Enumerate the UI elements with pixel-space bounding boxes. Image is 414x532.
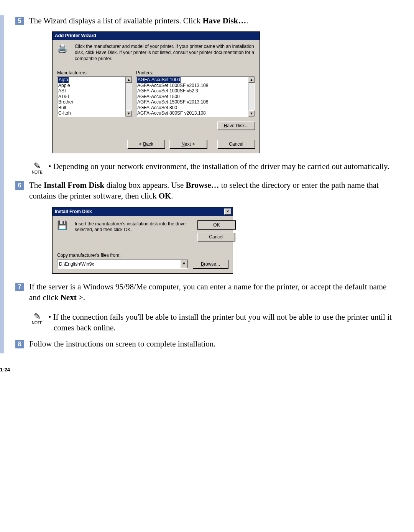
scroll-down-icon[interactable]: ▼ <box>126 110 132 117</box>
step-number-5: 5 <box>15 17 24 25</box>
step-number-8: 8 <box>15 340 24 348</box>
close-icon[interactable]: × <box>224 209 231 215</box>
ifd-instruction-text: Insert the manufacturer's installation d… <box>75 220 193 233</box>
wizard-intro-text: Click the manufacturer and model of your… <box>75 44 255 62</box>
path-combobox[interactable]: D:\English\Win9x ▼ <box>57 259 188 269</box>
printers-label: Printers: <box>136 70 255 76</box>
printer-icon: 🖨️ <box>57 44 70 54</box>
manufacturer-item[interactable]: C-Itoh <box>58 110 71 116</box>
manufacturers-scrollbar[interactable]: ▲ ▼ <box>125 77 132 117</box>
note-icon: ✎ NOTE <box>29 312 45 325</box>
back-button[interactable]: < Back <box>127 140 165 148</box>
step-6: 6 The Install From Disk dialog box appea… <box>15 180 399 202</box>
next-button[interactable]: Next > <box>169 140 207 148</box>
scroll-down-icon[interactable]: ▼ <box>248 110 255 117</box>
cancel-button[interactable]: Cancel <box>217 140 255 148</box>
printer-item[interactable]: AGFA-AccuSet 800SF v2013.108 <box>137 110 206 116</box>
printer-item[interactable]: AGFA-AccuSet 1000SF v52.3 <box>137 88 198 94</box>
printer-item[interactable]: AGFA-AccuSet 1500 <box>137 94 180 99</box>
manufacturers-listbox[interactable]: Agfa Apple AST AT&T Brother Bull C-Itoh … <box>57 76 132 117</box>
ifd-title-bar[interactable]: Install From Disk × <box>53 207 233 216</box>
chevron-down-icon[interactable]: ▼ <box>180 260 188 268</box>
scroll-up-icon[interactable]: ▲ <box>126 77 132 83</box>
wizard-dialog-wrapper: Add Printer Wizard 🖨️ Click the manufact… <box>52 31 399 153</box>
ok-button[interactable]: OK <box>197 220 236 230</box>
step-7-text: If the server is a Windows 95/98/Me comp… <box>29 281 399 303</box>
step-5-pre: The Wizard displays a list of available … <box>29 16 202 25</box>
manufacturers-label: Manufacturers: <box>57 70 132 76</box>
step-5-bold: Have Disk… <box>202 16 246 25</box>
printer-item-selected[interactable]: AGFA-AccuSet 1000 <box>137 77 181 83</box>
install-from-disk-wrapper: Install From Disk × 💾 Insert the manufac… <box>52 207 399 274</box>
browse-button[interactable]: Browse... <box>193 260 228 268</box>
printers-listbox[interactable]: AGFA-AccuSet 1000 AGFA-AccuSet 1000SF v2… <box>136 76 255 117</box>
wizard-title-bar[interactable]: Add Printer Wizard <box>53 32 260 40</box>
scroll-up-icon[interactable]: ▲ <box>248 77 255 83</box>
path-value: D:\English\Win9x <box>59 261 94 267</box>
step-number-7: 7 <box>15 283 24 291</box>
manufacturer-item[interactable]: AT&T <box>58 94 70 99</box>
have-disk-button[interactable]: Have Disk... <box>217 122 255 130</box>
note-label: NOTE <box>32 321 43 325</box>
page-number: 1-24 <box>0 367 10 373</box>
printer-item[interactable]: AGFA-AccuSet 1000SF v2013.108 <box>137 83 208 88</box>
printers-scrollbar[interactable]: ▲ ▼ <box>248 77 255 117</box>
step-6-text: The Install From Disk dialog box appears… <box>29 180 399 202</box>
left-accent-bar <box>0 15 4 353</box>
pencil-icon: ✎ <box>29 162 45 170</box>
manufacturer-item-selected[interactable]: Agfa <box>58 77 69 83</box>
printer-item[interactable]: AGFA-AccuSet 1500SF v2013.108 <box>137 99 208 105</box>
printer-item[interactable]: AGFA-AccuSet 800 <box>137 105 177 110</box>
ifd-title-text: Install From Disk <box>55 209 92 214</box>
copy-from-label: Copy manufacturer's files from: <box>57 253 228 258</box>
printers-column: Printers: AGFA-AccuSet 1000 AGFA-AccuSet… <box>136 70 255 117</box>
note-icon: ✎ NOTE <box>29 162 45 174</box>
disk-icon: 💾 <box>57 220 70 230</box>
add-printer-wizard-dialog: Add Printer Wizard 🖨️ Click the manufact… <box>52 31 260 153</box>
step-8: 8 Follow the instructions on screen to c… <box>15 338 399 349</box>
step-8-text: Follow the instructions on screen to com… <box>29 338 215 349</box>
note-2: ✎ NOTE • If the connection fails you'll … <box>29 312 399 333</box>
step-5: 5 The Wizard displays a list of availabl… <box>15 15 399 26</box>
step-7: 7 If the server is a Windows 95/98/Me co… <box>15 281 399 303</box>
note-1-text: • Depending on your network environment,… <box>48 161 389 172</box>
step-number-6: 6 <box>15 181 24 190</box>
install-from-disk-dialog: Install From Disk × 💾 Insert the manufac… <box>52 207 233 274</box>
step-5-post: . <box>246 16 248 25</box>
pencil-icon: ✎ <box>29 312 45 321</box>
manufacturer-item[interactable]: AST <box>58 88 67 94</box>
note-label: NOTE <box>32 170 43 174</box>
cancel-button[interactable]: Cancel <box>197 233 235 241</box>
note-1: ✎ NOTE • Depending on your network envir… <box>29 161 399 174</box>
manufacturer-item[interactable]: Brother <box>58 99 73 105</box>
manufacturer-item[interactable]: Bull <box>58 105 66 110</box>
note-2-text: • If the connection fails you'll be able… <box>48 312 399 333</box>
manufacturers-column: Manufacturers: Agfa Apple AST AT&T Broth… <box>57 70 132 117</box>
step-5-text: The Wizard displays a list of available … <box>29 15 248 26</box>
manufacturer-item[interactable]: Apple <box>58 83 70 88</box>
